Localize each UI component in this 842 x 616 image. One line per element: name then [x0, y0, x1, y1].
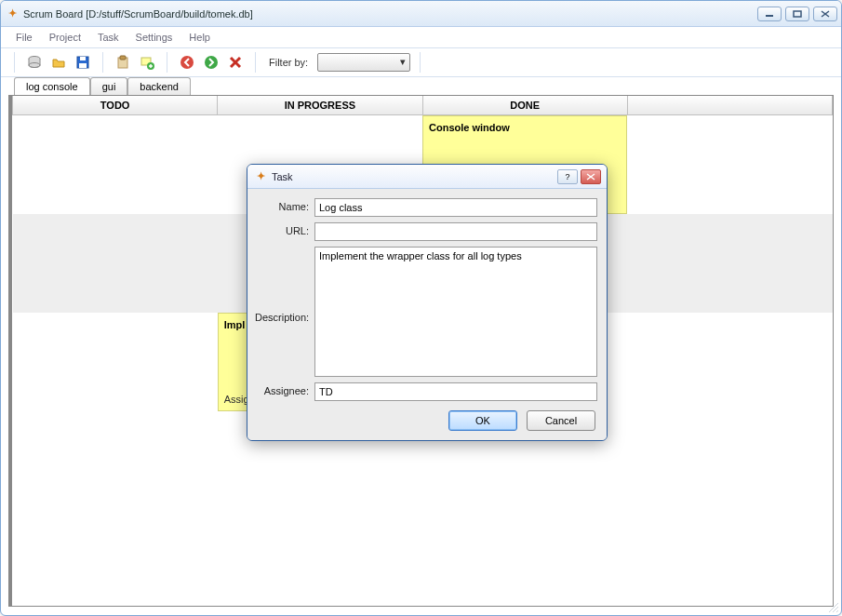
- card-add-icon: [140, 55, 154, 70]
- menu-help[interactable]: Help: [181, 30, 218, 45]
- resize-grip[interactable]: [826, 600, 839, 613]
- back-button[interactable]: [177, 52, 197, 73]
- filter-by-select[interactable]: [317, 53, 410, 72]
- name-field[interactable]: [314, 198, 597, 217]
- arrow-right-icon: [204, 55, 219, 70]
- svg-rect-8: [79, 63, 87, 68]
- titlebar[interactable]: ✦ Scrum Board [D:/stuff/ScrumBoard/build…: [1, 1, 841, 27]
- minimize-button[interactable]: [757, 7, 782, 21]
- app-icon: ✦: [5, 7, 20, 21]
- tab-log-console[interactable]: log console: [14, 77, 90, 95]
- dialog-title: Task: [272, 171, 293, 182]
- database-icon: [27, 55, 42, 70]
- column-header-done[interactable]: DONE: [422, 96, 627, 115]
- dialog-app-icon: ✦: [253, 169, 268, 184]
- toolbar-separator: [102, 52, 103, 73]
- tab-gui[interactable]: gui: [90, 77, 128, 95]
- svg-point-15: [180, 56, 194, 69]
- close-icon: [821, 10, 830, 18]
- filter-by-label: Filter by:: [269, 57, 308, 68]
- column-header-empty: [627, 96, 832, 115]
- new-card-button[interactable]: [137, 52, 157, 73]
- toolbar: Filter by:: [1, 47, 841, 77]
- svg-rect-10: [120, 56, 126, 60]
- database-button[interactable]: [24, 52, 45, 73]
- open-button[interactable]: [48, 52, 69, 73]
- forward-button[interactable]: [201, 52, 221, 73]
- close-button[interactable]: [813, 7, 837, 21]
- svg-rect-1: [794, 11, 801, 17]
- tab-backend[interactable]: backend: [127, 77, 191, 95]
- description-field[interactable]: [314, 247, 597, 377]
- label-assignee: Assignee:: [255, 382, 314, 396]
- save-button[interactable]: [73, 52, 93, 73]
- main-window: ✦ Scrum Board [D:/stuff/ScrumBoard/build…: [0, 0, 842, 616]
- label-url: URL:: [255, 222, 314, 236]
- dialog-body: Name: URL: Description: Assignee: OK Can…: [247, 189, 607, 440]
- maximize-button[interactable]: [785, 7, 809, 21]
- column-header-todo[interactable]: TODO: [13, 96, 218, 115]
- maximize-icon: [793, 10, 802, 18]
- tabs-row: log console gui backend: [14, 77, 834, 95]
- help-icon: ?: [565, 172, 569, 181]
- toolbar-separator: [14, 52, 15, 73]
- dialog-titlebar[interactable]: ✦ Task ?: [247, 165, 607, 189]
- menu-settings[interactable]: Settings: [128, 30, 180, 45]
- arrow-left-icon: [180, 55, 194, 70]
- toolbar-separator: [255, 52, 256, 73]
- folder-open-icon: [51, 55, 66, 70]
- window-title: Scrum Board [D:/stuff/ScrumBoard/build/t…: [23, 8, 253, 20]
- label-name: Name:: [255, 198, 314, 212]
- menubar: File Project Task Settings Help: [1, 27, 841, 47]
- ok-button[interactable]: OK: [448, 410, 517, 431]
- toolbar-separator: [420, 52, 421, 73]
- menu-project[interactable]: Project: [42, 30, 88, 45]
- svg-point-16: [205, 56, 218, 69]
- dialog-help-button[interactable]: ?: [557, 169, 578, 184]
- dialog-close-button[interactable]: [581, 169, 601, 184]
- svg-line-23: [836, 610, 838, 612]
- minimize-icon: [765, 10, 774, 18]
- cancel-button[interactable]: Cancel: [527, 410, 595, 431]
- close-icon: [586, 173, 595, 181]
- svg-rect-7: [80, 57, 86, 60]
- assignee-field[interactable]: [314, 382, 597, 401]
- card-title: Console window: [429, 122, 621, 133]
- floppy-icon: [75, 55, 90, 70]
- toolbar-separator: [167, 52, 167, 73]
- delete-x-icon: [228, 55, 243, 70]
- task-dialog: ✦ Task ? Name: URL: Description:: [247, 164, 608, 441]
- clipboard-icon: [115, 55, 130, 70]
- delete-button[interactable]: [225, 52, 246, 73]
- menu-task[interactable]: Task: [90, 30, 127, 45]
- paste-button[interactable]: [113, 52, 133, 73]
- column-header-in-progress[interactable]: IN PROGRESS: [218, 96, 422, 115]
- label-description: Description:: [255, 247, 314, 323]
- url-field[interactable]: [314, 222, 597, 241]
- menu-file[interactable]: File: [8, 30, 40, 45]
- resize-grip-icon: [826, 600, 839, 613]
